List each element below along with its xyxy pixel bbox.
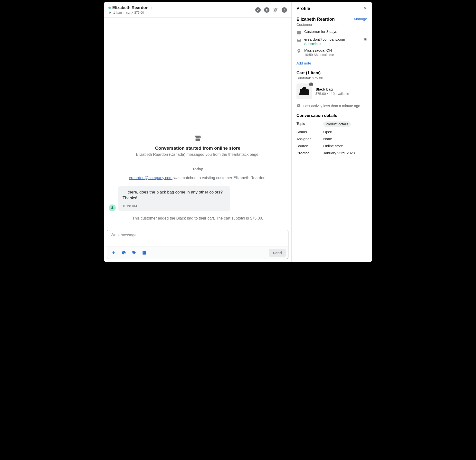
main-column: Elizabeth Reardon 1 item in cart • $75.0… — [104, 2, 292, 262]
email-icon — [296, 38, 301, 43]
spacer — [109, 22, 286, 134]
image-attach-icon[interactable] — [142, 250, 147, 255]
customer-name: Elizabeth Reardon — [112, 5, 148, 10]
detail-topic-row: Topic Product details — [296, 121, 367, 127]
profile-email: ereardon@company.com — [304, 37, 360, 41]
message-composer: Send — [107, 230, 288, 259]
customer-since-text: Customer for 3 days — [304, 29, 367, 34]
svg-point-2 — [266, 9, 267, 10]
app-frame: Elizabeth Reardon 1 item in cart • $75.0… — [104, 2, 372, 262]
source-label: Source — [296, 144, 323, 148]
match-suffix: was matched to existing customer Elizabe… — [172, 176, 267, 180]
sidebar-header: Profile — [296, 6, 367, 11]
svg-point-8 — [123, 252, 124, 253]
topic-pill[interactable]: Product details — [323, 121, 351, 127]
cart-item-name: Black bag — [315, 87, 349, 91]
profile-location: Mississauga, ON — [304, 48, 367, 52]
composer-icons — [110, 250, 147, 255]
sidebar-title: Profile — [296, 6, 310, 11]
close-icon — [363, 6, 367, 10]
subscribed-badge: Subscribed — [304, 42, 360, 46]
message-text: Hi there, does the black bag come in any… — [123, 189, 226, 201]
status-label: Status — [296, 130, 323, 134]
svg-rect-5 — [284, 9, 285, 10]
conversation-intro: Conversation started from online store E… — [109, 134, 286, 157]
local-time: 10:59 AM local time — [304, 53, 367, 57]
store-icon — [194, 134, 202, 142]
mark-done-icon[interactable] — [255, 7, 261, 13]
assignee-value: None — [323, 137, 332, 141]
bag-icon — [298, 86, 310, 96]
profile-sidebar: Profile Elizabeth Reardon Manage Custome… — [292, 2, 372, 262]
header-left: Elizabeth Reardon 1 item in cart • $75.0… — [108, 5, 153, 14]
svg-rect-6 — [284, 11, 285, 11]
profile-top: Elizabeth Reardon Manage — [296, 17, 367, 22]
cart-icon — [108, 11, 112, 14]
customer-since-row: Customer for 3 days — [296, 29, 367, 35]
add-note-link[interactable]: Add note — [296, 61, 367, 65]
message-time: 10:58 AM — [123, 204, 226, 208]
quick-reply-icon[interactable] — [111, 250, 116, 255]
assign-user-icon[interactable] — [264, 7, 269, 13]
manage-link[interactable]: Manage — [354, 17, 367, 21]
svg-point-7 — [112, 206, 113, 208]
created-value: January 23rd, 2023 — [323, 151, 355, 155]
location-pin-icon — [296, 49, 301, 54]
cart-summary-text: 1 item in cart • $75.00 — [113, 11, 144, 14]
cart-item-qty: 1 — [309, 82, 314, 87]
topic-label: Topic — [296, 121, 323, 127]
created-label: Created — [296, 151, 323, 155]
source-value: Online store — [323, 144, 343, 148]
profile-name: Elizabeth Reardon — [296, 17, 335, 22]
customer-match-notice: ereardon@company.com was matched to exis… — [109, 175, 286, 181]
svg-point-9 — [124, 253, 125, 254]
alert-icon[interactable] — [282, 7, 287, 13]
intro-subtitle: Elizabeth Reardon (Canada) messaged you … — [109, 152, 286, 157]
customer-title-row[interactable]: Elizabeth Reardon — [108, 5, 153, 10]
product-tag-icon[interactable] — [132, 250, 136, 255]
last-activity-text: Last activity less than a minute ago — [303, 104, 360, 108]
cart-subtotal: Subtotal: $75.00 — [296, 76, 367, 80]
send-button[interactable]: Send — [269, 249, 286, 257]
status-value: Open — [323, 130, 332, 134]
assignee-label: Assignee — [296, 137, 323, 141]
cart-item-row[interactable]: 1 Black bag $75.00 • 110 available — [296, 83, 367, 99]
intro-title: Conversation started from online store — [109, 146, 286, 151]
detail-assignee-row: Assignee None — [296, 137, 367, 141]
message-input[interactable] — [107, 230, 288, 247]
cart-item-sub: $75.00 • 110 available — [315, 92, 349, 96]
incoming-message-row: Hi there, does the black bag come in any… — [109, 186, 286, 211]
date-divider: Today — [109, 167, 286, 171]
conversation-details-heading: Conversation details — [296, 113, 367, 118]
customer-avatar — [109, 204, 116, 211]
calendar-icon — [296, 30, 301, 35]
cart-event-notice: This customer added the Black bag to the… — [114, 216, 282, 221]
snooze-icon[interactable] — [273, 7, 278, 13]
cart-heading: Cart (1 item) — [296, 71, 367, 75]
conversation-body: Conversation started from online store E… — [104, 18, 291, 227]
header-action-icons — [255, 7, 287, 13]
conversation-header: Elizabeth Reardon 1 item in cart • $75.0… — [104, 2, 291, 18]
message-bubble: Hi there, does the black bag come in any… — [118, 186, 230, 211]
profile-role: Customer — [296, 22, 367, 27]
location-row: Mississauga, ON 10:59 AM local time — [296, 48, 367, 57]
detail-status-row: Status Open — [296, 130, 367, 134]
copy-email-icon[interactable] — [363, 37, 367, 41]
discount-icon[interactable] — [121, 250, 126, 255]
chevron-right-icon — [150, 6, 153, 10]
clock-icon — [296, 103, 301, 108]
last-activity-row: Last activity less than a minute ago — [296, 103, 367, 108]
detail-source-row: Source Online store — [296, 144, 367, 148]
composer-toolbar: Send — [107, 247, 288, 259]
detail-created-row: Created January 23rd, 2023 — [296, 151, 367, 155]
close-sidebar-button[interactable] — [363, 6, 367, 11]
matched-email-link[interactable]: ereardon@company.com — [129, 176, 172, 180]
email-row: ereardon@company.com Subscribed — [296, 37, 367, 46]
cart-item-thumb: 1 — [296, 83, 312, 99]
online-status-dot — [108, 7, 111, 9]
svg-point-0 — [256, 8, 260, 12]
cart-summary-line: 1 item in cart • $75.00 — [108, 11, 153, 14]
